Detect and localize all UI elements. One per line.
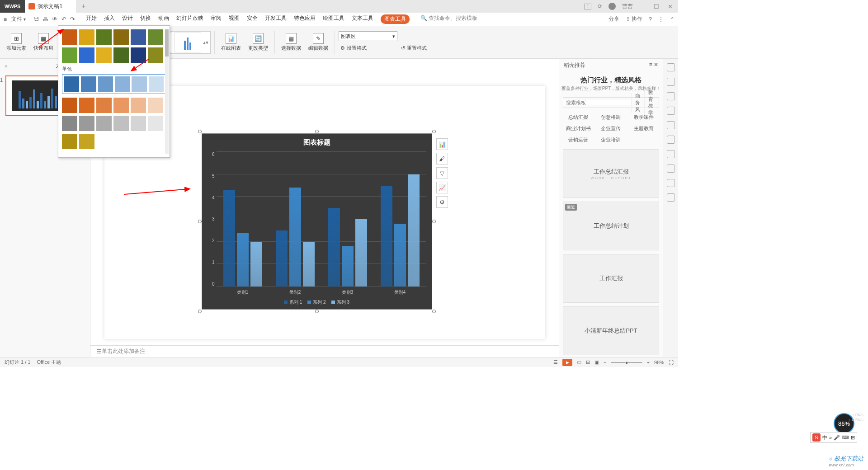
- command-search[interactable]: 🔍 查找命令、搜索模板: [420, 14, 477, 24]
- panel-collapse-icon[interactable]: «: [5, 63, 7, 69]
- view-sorter-icon[interactable]: ⊞: [586, 359, 590, 365]
- maximize-button[interactable]: ☐: [653, 3, 660, 10]
- color-swatch[interactable]: [62, 98, 77, 113]
- side-icon[interactable]: [667, 179, 675, 187]
- undo-icon[interactable]: ↶: [61, 16, 66, 23]
- bar[interactable]: [276, 230, 288, 287]
- online-chart-button[interactable]: 📊在线图表: [218, 29, 244, 56]
- category-item[interactable]: 企业培训: [594, 134, 627, 146]
- badge-icon[interactable]: 1: [584, 4, 591, 9]
- color-swatch[interactable]: [79, 98, 94, 113]
- category-item[interactable]: 教学课件: [627, 112, 660, 123]
- color-swatch[interactable]: [148, 98, 163, 113]
- menu-start[interactable]: 开始: [86, 14, 97, 24]
- zoom-out-icon[interactable]: −: [604, 360, 606, 365]
- side-icon[interactable]: [667, 63, 675, 71]
- side-icon[interactable]: [667, 136, 675, 144]
- menu-chart-tools[interactable]: 图表工具: [381, 14, 410, 24]
- color-swatch[interactable]: [79, 29, 94, 45]
- file-menu[interactable]: 文件 ▾: [11, 15, 26, 23]
- chart-style-4[interactable]: [174, 33, 201, 52]
- menu-security[interactable]: 安全: [247, 14, 258, 24]
- color-swatch[interactable]: [79, 116, 94, 131]
- chart-object[interactable]: 图表标题 6543210 类别1类别2类别3类别4 系列 1系列 2系列 3 📊…: [202, 133, 432, 310]
- color-swatch[interactable]: [113, 98, 129, 113]
- chart-data-icon[interactable]: 📈: [436, 182, 448, 193]
- chart-settings-icon[interactable]: ⚙: [436, 196, 448, 208]
- side-icon[interactable]: [667, 150, 675, 158]
- side-icon[interactable]: [667, 193, 675, 202]
- bar[interactable]: [328, 208, 340, 287]
- menu-transition[interactable]: 切换: [140, 14, 151, 24]
- color-swatch[interactable]: [148, 116, 163, 131]
- bar[interactable]: [303, 242, 315, 287]
- chart-brush-icon[interactable]: 🖌: [436, 153, 448, 164]
- color-swatch[interactable]: [64, 76, 79, 92]
- color-swatch[interactable]: [96, 29, 112, 45]
- search-input[interactable]: [563, 100, 631, 105]
- menu-drawing[interactable]: 绘图工具: [323, 14, 344, 24]
- template-card-3[interactable]: 工作汇报: [563, 254, 659, 303]
- menu-review[interactable]: 审阅: [211, 14, 222, 24]
- fit-icon[interactable]: ⛶: [669, 360, 674, 365]
- color-swatch[interactable]: [149, 76, 164, 92]
- category-item[interactable]: 营销运营: [562, 134, 594, 146]
- save-icon[interactable]: 🖫: [33, 16, 39, 23]
- category-item[interactable]: 总结汇报: [562, 112, 594, 123]
- panel-close-icon[interactable]: ✕: [654, 61, 658, 68]
- zoom-in-icon[interactable]: +: [647, 360, 650, 365]
- color-swatch[interactable]: [148, 29, 163, 45]
- menu-features[interactable]: 特色应用: [294, 14, 316, 24]
- menu-design[interactable]: 设计: [122, 14, 133, 24]
- new-tab-button[interactable]: +: [76, 2, 91, 10]
- change-type-button[interactable]: 🔄更改类型: [245, 29, 271, 56]
- collapse-ribbon-icon[interactable]: ⌃: [670, 16, 675, 23]
- color-swatch[interactable]: [79, 134, 94, 149]
- category-item[interactable]: [627, 134, 660, 146]
- color-swatch[interactable]: [96, 47, 112, 63]
- gallery-more-icon[interactable]: ▴▾: [203, 33, 209, 52]
- coop-button[interactable]: ⇪ 协作: [626, 15, 642, 23]
- side-icon[interactable]: [667, 121, 675, 129]
- color-swatch[interactable]: [113, 29, 129, 45]
- color-swatch[interactable]: [131, 116, 146, 131]
- play-button[interactable]: ▶: [562, 359, 572, 366]
- print-icon[interactable]: 🖶: [42, 16, 48, 23]
- color-swatch[interactable]: [131, 29, 146, 45]
- color-swatch[interactable]: [113, 47, 129, 63]
- side-icon[interactable]: [667, 164, 675, 173]
- close-button[interactable]: ✕: [666, 3, 674, 10]
- color-swatch[interactable]: [62, 116, 77, 131]
- bar[interactable]: [408, 174, 420, 287]
- bar[interactable]: [355, 219, 367, 287]
- menu-slideshow[interactable]: 幻灯片放映: [176, 14, 203, 24]
- color-swatch[interactable]: [62, 134, 77, 149]
- bar[interactable]: [237, 233, 249, 287]
- help-icon[interactable]: ?: [649, 16, 652, 23]
- avatar[interactable]: [609, 3, 616, 10]
- edit-data-button[interactable]: ✎编辑数据: [306, 29, 331, 56]
- zoom-slider[interactable]: ────●────: [611, 360, 642, 365]
- hamburger-icon[interactable]: ≡: [4, 16, 7, 23]
- category-item[interactable]: 主题教育: [627, 123, 660, 134]
- select-data-button[interactable]: ▤选择数据: [278, 29, 304, 56]
- set-format-button[interactable]: ⚙ 设置格式: [340, 45, 396, 52]
- bar[interactable]: [289, 188, 301, 287]
- chart-filter-icon[interactable]: ▽: [436, 167, 448, 179]
- view-normal-icon[interactable]: ▭: [577, 359, 581, 365]
- color-swatch[interactable]: [113, 116, 129, 131]
- share-button[interactable]: 分享: [609, 15, 619, 23]
- preview-icon[interactable]: 👁: [52, 16, 58, 23]
- zoom-value[interactable]: 98%: [654, 360, 664, 365]
- view-notes-icon[interactable]: ☰: [553, 359, 558, 365]
- mono-blue-group[interactable]: [62, 74, 166, 94]
- color-swatch[interactable]: [131, 98, 146, 113]
- menu-view[interactable]: 视图: [229, 14, 240, 24]
- template-card-1[interactable]: 工作总结汇报WORK · REPORT: [563, 149, 659, 198]
- side-icon[interactable]: [667, 78, 675, 86]
- template-card-4[interactable]: 小清新年终总结PPT: [563, 306, 659, 355]
- bar[interactable]: [223, 190, 235, 287]
- notes-area[interactable]: ☰ 单击此处添加备注: [90, 345, 559, 357]
- category-item[interactable]: 创意格调: [594, 112, 627, 123]
- chart-elements-icon[interactable]: 📊: [436, 138, 448, 150]
